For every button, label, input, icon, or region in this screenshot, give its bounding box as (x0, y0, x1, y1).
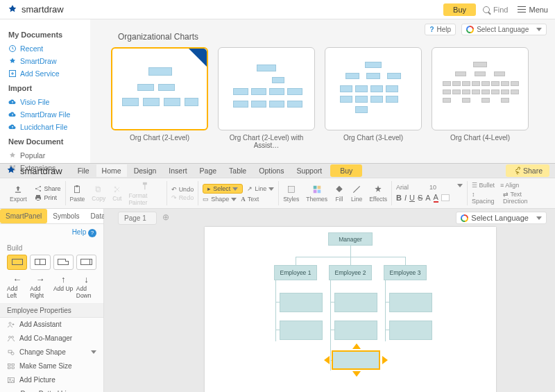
node-blank[interactable] (280, 293, 323, 312)
italic-button[interactable]: I (404, 194, 407, 202)
ribbon-undo[interactable]: ↶ Undo (171, 186, 194, 193)
font-increase[interactable]: A (425, 194, 430, 202)
node-blank[interactable] (389, 321, 432, 340)
sidebar-item-visio[interactable]: Visio File (8, 96, 85, 108)
add-left-button[interactable]: ←Add Left (7, 274, 27, 299)
strike-button[interactable]: S (418, 194, 422, 202)
ribbon-text-tool[interactable]: A Text (241, 196, 259, 203)
font-color[interactable]: A (434, 193, 438, 203)
template-card-3level[interactable]: Org Chart (3-Level) (325, 47, 422, 149)
sidebar-item-add-service[interactable]: Add Service (8, 67, 85, 80)
ribbon-text-direction: ⇄ Text Direction (503, 191, 545, 205)
ribbon-line-style[interactable]: Line (351, 185, 362, 203)
ribbon-effects[interactable]: Effects (369, 185, 387, 203)
node-employee-1[interactable]: Employee 1 (274, 265, 317, 280)
search-box[interactable]: Find (483, 6, 508, 14)
svg-rect-7 (97, 187, 101, 191)
panel-help[interactable]: Help ? (0, 224, 103, 241)
font-name[interactable]: Arial (396, 184, 409, 191)
editor-share-button[interactable]: Share (506, 164, 549, 177)
shape-btn-3[interactable] (53, 255, 74, 270)
ribbon-line-menu[interactable]: ↗ Line (247, 185, 274, 192)
themes-icon (312, 185, 322, 194)
sidebar-item-lucidchart[interactable]: Lucidchart File (8, 121, 85, 133)
help-button[interactable]: ?Help (425, 24, 456, 35)
template-card-4level[interactable]: Org Chart (4-Level) (432, 47, 529, 149)
co-manager-icon (7, 334, 15, 343)
buy-button[interactable]: Buy (443, 3, 476, 16)
canvas-language-selector[interactable]: Select Language (456, 212, 547, 224)
highlight-button[interactable] (441, 194, 450, 201)
node-blank[interactable] (280, 321, 323, 340)
resize-handle-down[interactable] (352, 371, 361, 377)
tab-symbols[interactable]: Symbols (47, 209, 85, 223)
add-picture[interactable]: Add Picture (0, 373, 103, 387)
draw-dotted-line[interactable]: •••Draw Dotted Line (0, 387, 103, 393)
sidebar-item-smartdraw-file[interactable]: SmartDraw File (8, 108, 85, 121)
ribbon-print[interactable]: Print (34, 194, 61, 202)
resize-handle-up[interactable] (352, 343, 361, 349)
shape-btn-4[interactable] (76, 255, 96, 270)
menu-support[interactable]: Support (291, 164, 327, 177)
add-down-button[interactable]: ↓Add Down (76, 274, 96, 299)
ribbon-styles[interactable]: Styles (283, 185, 299, 203)
editor-buy-button[interactable]: Buy (330, 164, 362, 177)
bold-button[interactable]: B (396, 194, 402, 202)
menu-design[interactable]: Design (128, 164, 162, 177)
underline-button[interactable]: U (409, 194, 415, 202)
menu-home[interactable]: Home (96, 164, 127, 177)
menu-page[interactable]: Page (194, 164, 223, 177)
card-caption: Org Chart (3-Level) (325, 134, 422, 142)
sidebar-item-recent[interactable]: Recent (8, 42, 85, 55)
ribbon-export[interactable]: Export (10, 185, 27, 203)
node-selected[interactable] (332, 350, 380, 370)
language-selector[interactable]: Select Language (461, 24, 547, 35)
node-blank[interactable] (334, 293, 377, 312)
font-size[interactable]: 10 (429, 184, 436, 191)
menu-options[interactable]: Options (253, 164, 289, 177)
copy-icon (94, 185, 103, 194)
add-up-button[interactable]: ↑Add Up (53, 274, 74, 299)
resize-handle-left[interactable] (324, 356, 330, 364)
svg-rect-8 (96, 187, 99, 191)
sidebar-item-smartdraw[interactable]: SmartDraw (8, 55, 85, 67)
ribbon-shape-menu[interactable]: ▭ Shape (203, 196, 237, 203)
editor-canvas[interactable]: Page 1 ⊕ Select Language Manager Employe… (104, 209, 555, 392)
node-employee-3[interactable]: Employee 3 (384, 265, 427, 280)
tab-smartpanel[interactable]: SmartPanel (0, 209, 47, 223)
add-page-button[interactable]: ⊕ (162, 212, 169, 222)
node-manager[interactable]: Manager (328, 232, 373, 246)
add-co-manager[interactable]: Add Co-Manager (0, 332, 103, 346)
plus-square-icon (8, 69, 17, 78)
resize-handle-right[interactable] (382, 356, 388, 364)
shape-btn-1[interactable] (7, 255, 27, 270)
make-same-size[interactable]: Make Same Size (0, 359, 103, 373)
menu-table[interactable]: Table (223, 164, 252, 177)
node-blank[interactable] (389, 293, 432, 312)
svg-rect-21 (8, 364, 11, 366)
menu-insert[interactable]: Insert (163, 164, 192, 177)
ribbon-share[interactable]: Share (34, 185, 61, 193)
change-shape[interactable]: Change Shape (0, 346, 103, 359)
page-tab[interactable]: Page 1 (118, 212, 157, 225)
sidebar-item-popular[interactable]: Popular (8, 149, 85, 162)
add-assistant[interactable]: Add Assistant (0, 318, 103, 332)
template-card-2level[interactable]: Org Chart (2-Level) (111, 47, 208, 149)
node-blank[interactable] (334, 321, 377, 340)
node-employee-2[interactable]: Employee 2 (329, 265, 372, 280)
template-card-2level-assist[interactable]: Org Chart (2-Level) with Assist… (218, 47, 315, 149)
editor-brand: smartdraw (6, 165, 62, 176)
ribbon-fill[interactable]: Fill (334, 185, 344, 203)
ribbon-paste[interactable]: Paste (70, 185, 85, 203)
group-my-documents: My Documents (8, 31, 85, 39)
add-right-button[interactable]: →Add Right (30, 274, 50, 299)
menu-file[interactable]: File (72, 164, 95, 177)
shape-btn-2[interactable] (30, 255, 50, 270)
page-surface[interactable]: Manager Employee 1 Employee 2 Employee 3 (205, 227, 496, 392)
svg-rect-13 (317, 185, 321, 189)
ribbon-select-tool[interactable]: ▸ Select (203, 184, 243, 194)
ribbon-themes[interactable]: Themes (306, 185, 327, 203)
menu-button[interactable]: Menu (518, 6, 548, 14)
svg-point-17 (9, 336, 11, 338)
shape-icon (7, 348, 15, 357)
